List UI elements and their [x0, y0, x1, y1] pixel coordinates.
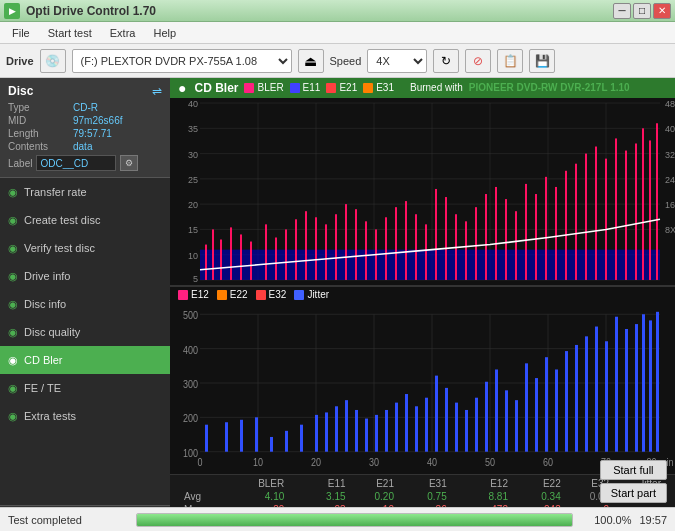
sidebar-item-disc-info[interactable]: ◉ Disc info	[0, 290, 170, 318]
legend-e11: E11	[290, 82, 321, 93]
refresh-button[interactable]: ↻	[433, 49, 459, 73]
svg-rect-54	[355, 209, 357, 280]
legend-e32-label: E32	[269, 289, 287, 300]
svg-text:60: 60	[543, 457, 553, 469]
disc-label-btn[interactable]: ⚙	[120, 155, 138, 171]
svg-rect-145	[575, 345, 578, 452]
svg-rect-71	[525, 184, 527, 280]
legend-e32: E32	[256, 289, 287, 300]
sidebar-item-disc-quality[interactable]: ◉ Disc quality	[0, 318, 170, 346]
menu-help[interactable]: Help	[145, 25, 184, 41]
save-button[interactable]: 💾	[529, 49, 555, 73]
svg-rect-116	[270, 437, 273, 452]
row-avg-e12: 8.81	[453, 490, 514, 503]
chart-title: CD Bler	[194, 81, 238, 95]
svg-rect-122	[345, 400, 348, 452]
sidebar-item-create-test-disc[interactable]: ◉ Create test disc	[0, 206, 170, 234]
svg-text:30: 30	[369, 284, 379, 285]
speed-label: Speed	[330, 55, 362, 67]
svg-rect-147	[595, 327, 598, 452]
disc-label-key: Label	[8, 158, 32, 169]
disc-arrow[interactable]: ⇌	[152, 84, 162, 98]
menu-file[interactable]: File	[4, 25, 38, 41]
disc-info-icon: ◉	[8, 298, 18, 311]
drive-icon[interactable]: 💿	[40, 49, 66, 73]
legend-jitter-label: Jitter	[307, 289, 329, 300]
menu-extra[interactable]: Extra	[102, 25, 144, 41]
svg-rect-59	[405, 201, 407, 280]
speed-select[interactable]: 4X	[367, 49, 427, 73]
legend-e11-label: E11	[303, 82, 321, 93]
svg-rect-70	[515, 211, 517, 280]
row-avg-e11: 3.15	[290, 490, 351, 503]
svg-text:25: 25	[188, 175, 198, 185]
disc-contents-val: data	[73, 141, 92, 152]
sidebar-item-transfer-rate[interactable]: ◉ Transfer rate	[0, 178, 170, 206]
svg-rect-139	[515, 400, 518, 452]
disc-mid-key: MID	[8, 115, 73, 126]
disc-label-input[interactable]	[36, 155, 116, 171]
col-header-e31: E31	[400, 477, 453, 490]
svg-text:40: 40	[427, 284, 437, 285]
svg-rect-130	[425, 398, 428, 452]
fe-te-icon: ◉	[8, 382, 18, 395]
svg-text:15: 15	[188, 225, 198, 235]
svg-rect-65	[465, 221, 467, 280]
drive-select[interactable]: (F:) PLEXTOR DVDR PX-755A 1.08	[72, 49, 292, 73]
svg-rect-152	[642, 314, 645, 451]
svg-text:0: 0	[197, 457, 202, 469]
upper-chart: 40 35 30 25 20 15 10 5 48X 40X 32X 24X 1…	[170, 98, 675, 286]
svg-rect-43	[240, 234, 242, 279]
svg-rect-78	[595, 146, 597, 279]
legend-e12-label: E12	[191, 289, 209, 300]
legend-e31: E31	[363, 82, 394, 93]
svg-text:40: 40	[188, 99, 198, 109]
start-full-button[interactable]: Start full	[600, 460, 667, 480]
start-part-button[interactable]: Start part	[600, 483, 667, 503]
sidebar-item-fe-te[interactable]: ◉ FE / TE	[0, 374, 170, 402]
svg-text:50: 50	[485, 457, 495, 469]
maximize-button[interactable]: □	[633, 3, 651, 19]
lower-legend: E12 E22 E32 Jitter	[170, 286, 675, 302]
svg-rect-138	[505, 391, 508, 452]
sidebar-item-cd-bler[interactable]: ◉ CD Bler	[0, 346, 170, 374]
disc-title: Disc	[8, 84, 33, 98]
minimize-button[interactable]: ─	[613, 3, 631, 19]
legend-e12: E12	[178, 289, 209, 300]
svg-rect-126	[385, 410, 388, 452]
copy-button[interactable]: 📋	[497, 49, 523, 73]
svg-text:70: 70	[601, 284, 611, 285]
col-header-e11: E11	[290, 477, 351, 490]
eject-button[interactable]: ⏏	[298, 49, 324, 73]
erase-button[interactable]: ⊘	[465, 49, 491, 73]
burned-with-label: Burned with	[410, 82, 463, 93]
svg-rect-57	[385, 217, 387, 280]
svg-rect-52	[335, 214, 337, 280]
svg-text:400: 400	[183, 344, 198, 356]
sidebar-item-verify-test-disc[interactable]: ◉ Verify test disc	[0, 234, 170, 262]
svg-rect-124	[365, 419, 368, 452]
drive-label: Drive	[6, 55, 34, 67]
svg-rect-44	[250, 241, 252, 279]
action-buttons: Start full Start part	[600, 460, 667, 503]
svg-rect-141	[535, 378, 538, 452]
svg-rect-117	[285, 431, 288, 452]
svg-rect-73	[545, 177, 547, 280]
row-avg-bler: 4.10	[229, 490, 290, 503]
svg-rect-112	[205, 425, 208, 452]
menu-start-test[interactable]: Start test	[40, 25, 100, 41]
svg-rect-68	[495, 187, 497, 280]
svg-rect-41	[220, 239, 222, 279]
svg-text:80 min: 80 min	[647, 284, 674, 285]
sidebar-item-drive-info[interactable]: ◉ Drive info	[0, 262, 170, 290]
svg-text:32X: 32X	[665, 149, 675, 159]
drivebar: Drive 💿 (F:) PLEXTOR DVDR PX-755A 1.08 ⏏…	[0, 44, 675, 78]
svg-rect-136	[485, 382, 488, 452]
svg-text:20: 20	[311, 284, 321, 285]
statusbar: Test completed 100.0% 19:57	[0, 507, 675, 531]
svg-text:48X: 48X	[665, 99, 675, 109]
close-button[interactable]: ✕	[653, 3, 671, 19]
sidebar-item-extra-tests[interactable]: ◉ Extra tests	[0, 402, 170, 430]
disc-type-val: CD-R	[73, 102, 98, 113]
svg-rect-113	[225, 422, 228, 451]
